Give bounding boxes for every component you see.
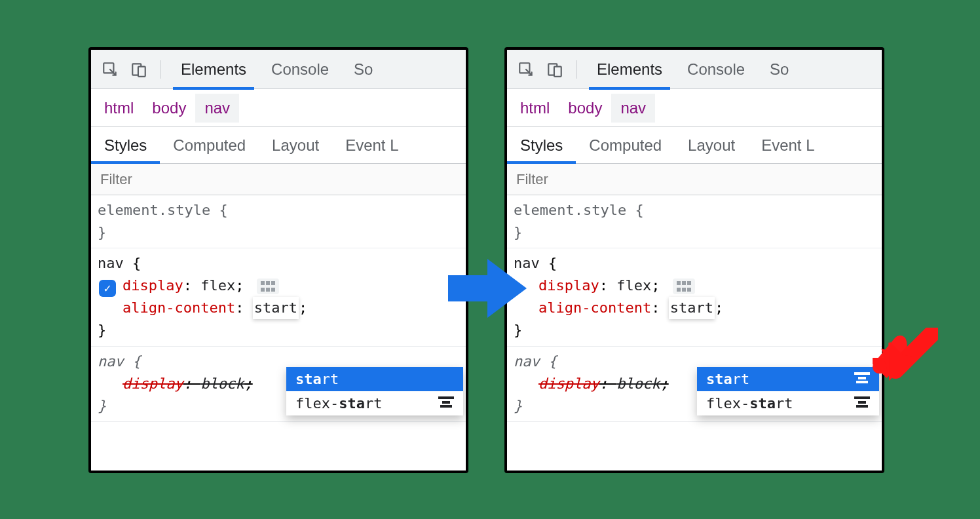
subtab-layout[interactable]: Layout xyxy=(675,127,748,163)
device-toggle-icon[interactable] xyxy=(129,60,149,79)
breadcrumb: html body nav xyxy=(91,89,466,127)
crumb-body[interactable]: body xyxy=(143,94,195,123)
styles-filter xyxy=(507,164,882,195)
svg-rect-25 xyxy=(858,401,866,404)
crumb-nav[interactable]: nav xyxy=(195,94,239,123)
crumb-html[interactable]: html xyxy=(511,94,559,123)
svg-rect-23 xyxy=(856,381,868,383)
rule-element-style[interactable]: element.style { } xyxy=(507,195,882,248)
filter-input[interactable] xyxy=(100,171,457,188)
filter-input[interactable] xyxy=(516,171,873,188)
rule-element-style[interactable]: element.style { } xyxy=(91,195,466,248)
autocomplete-item-start[interactable]: start xyxy=(286,367,463,391)
align-preview-icon xyxy=(437,395,455,412)
property-align-content[interactable]: align-content: start; xyxy=(98,297,459,319)
crumb-html[interactable]: html xyxy=(95,94,143,123)
align-preview-icon xyxy=(853,395,871,412)
selector: nav xyxy=(98,255,124,271)
rule-nav[interactable]: nav { display: flex; xyxy=(91,248,466,346)
flex-editor-icon[interactable] xyxy=(257,279,279,294)
svg-rect-18 xyxy=(677,288,681,292)
svg-rect-5 xyxy=(271,281,275,285)
rule-nav[interactable]: nav { display: flex; align-co xyxy=(507,248,882,346)
crumb-body[interactable]: body xyxy=(559,94,611,123)
property-checkbox[interactable] xyxy=(99,277,116,294)
inspect-icon[interactable] xyxy=(516,60,536,79)
transition-arrow-icon xyxy=(448,256,527,321)
property-display[interactable]: display: flex; xyxy=(98,275,459,297)
subtab-computed[interactable]: Computed xyxy=(576,127,675,163)
svg-rect-8 xyxy=(271,288,275,292)
tab-console[interactable]: Console xyxy=(263,50,337,89)
subtab-styles[interactable]: Styles xyxy=(91,127,160,163)
subtab-event-listeners-truncated[interactable]: Event L xyxy=(332,127,411,163)
subtab-event-listeners-truncated[interactable]: Event L xyxy=(748,127,827,163)
svg-rect-21 xyxy=(854,372,870,375)
svg-rect-7 xyxy=(266,288,270,292)
tab-console[interactable]: Console xyxy=(679,50,753,89)
toolbar-divider xyxy=(160,60,161,79)
subtab-computed[interactable]: Computed xyxy=(160,127,259,163)
tab-sources-truncated[interactable]: So xyxy=(762,50,797,89)
svg-rect-11 xyxy=(440,405,452,408)
autocomplete-item-start[interactable]: start xyxy=(697,367,879,391)
styles-subtabs: Styles Computed Layout Event L xyxy=(91,127,466,164)
svg-rect-6 xyxy=(261,288,265,292)
align-preview-icon xyxy=(853,371,871,387)
svg-rect-26 xyxy=(856,405,868,408)
svg-rect-4 xyxy=(266,281,270,285)
svg-rect-15 xyxy=(677,281,681,285)
selector: nav xyxy=(98,353,124,370)
autocomplete-popup: start flex-start xyxy=(286,367,463,415)
flex-editor-icon[interactable] xyxy=(673,279,695,294)
devtools-toolbar: Elements Console So xyxy=(91,50,466,89)
svg-rect-2 xyxy=(138,66,145,76)
svg-rect-17 xyxy=(687,281,691,285)
breadcrumb: html body nav xyxy=(507,89,882,127)
property-display[interactable]: display: flex; xyxy=(514,275,875,297)
device-toggle-icon[interactable] xyxy=(545,60,565,79)
selector: element.style xyxy=(98,202,210,218)
autocomplete-popup: start flex-start xyxy=(697,367,879,415)
property-align-content[interactable]: align-content: start; xyxy=(514,297,875,319)
devtools-panel-before: Elements Console So html body nav Styles… xyxy=(88,47,468,473)
selector: element.style xyxy=(514,202,626,218)
styles-subtabs: Styles Computed Layout Event L xyxy=(507,127,882,164)
inspect-icon[interactable] xyxy=(100,60,120,79)
autocomplete-item-flex-start[interactable]: flex-start xyxy=(697,391,879,415)
svg-rect-16 xyxy=(682,281,686,285)
tab-elements[interactable]: Elements xyxy=(173,50,254,89)
subtab-layout[interactable]: Layout xyxy=(259,127,332,163)
svg-rect-3 xyxy=(261,281,265,285)
selector: nav xyxy=(514,353,540,370)
autocomplete-item-flex-start[interactable]: flex-start xyxy=(286,391,463,415)
styles-filter xyxy=(91,164,466,195)
subtab-styles[interactable]: Styles xyxy=(507,127,576,163)
devtools-toolbar: Elements Console So xyxy=(507,50,882,89)
svg-rect-9 xyxy=(438,396,454,399)
tab-elements[interactable]: Elements xyxy=(589,50,670,89)
svg-rect-14 xyxy=(554,66,561,76)
svg-rect-19 xyxy=(682,288,686,292)
svg-rect-24 xyxy=(854,396,870,399)
crumb-nav[interactable]: nav xyxy=(611,94,655,123)
devtools-panel-after: Elements Console So html body nav Styles… xyxy=(504,47,884,473)
svg-rect-20 xyxy=(687,288,691,292)
svg-rect-22 xyxy=(858,377,866,379)
callout-arrow-icon xyxy=(873,328,938,393)
tab-sources-truncated[interactable]: So xyxy=(346,50,381,89)
toolbar-divider xyxy=(576,60,577,79)
svg-rect-10 xyxy=(442,401,450,404)
